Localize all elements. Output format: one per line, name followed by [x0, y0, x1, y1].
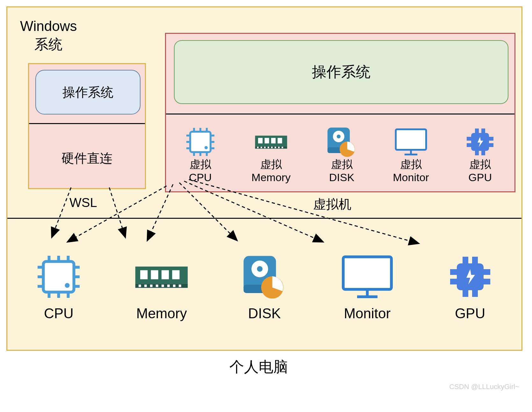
- wsl-hardware-direct: 硬件直连: [29, 128, 145, 188]
- vm-monitor-line1: 虚拟: [400, 158, 422, 171]
- pc-monitor-label: Monitor: [344, 305, 391, 321]
- vm-monitor-line2: Monitor: [393, 171, 429, 184]
- vm-container: 操作系统 虚拟 CPU 虚拟 Memory 虚拟 DISK 虚拟 Mon: [165, 33, 515, 192]
- pc-item-monitor: Monitor: [339, 251, 396, 321]
- memory-icon: [133, 251, 190, 302]
- vm-gpu-line2: GPU: [468, 171, 492, 184]
- outer-divider: [7, 218, 521, 219]
- cpu-icon: [183, 126, 218, 158]
- vm-item-disk: 虚拟 DISK: [324, 126, 359, 184]
- pc-hardware-row: CPU Memory DISK Monitor GPU: [7, 224, 521, 349]
- monitor-icon: [339, 251, 396, 302]
- windows-title: Windows 系统: [20, 17, 77, 53]
- vm-cpu-line1: 虚拟: [190, 158, 211, 171]
- vm-disk-line2: DISK: [329, 171, 354, 184]
- wsl-os-box: 操作系统: [35, 70, 140, 114]
- vm-memory-line1: 虚拟: [260, 158, 282, 171]
- vm-divider: [166, 114, 514, 114]
- wsl-divider: [29, 123, 145, 124]
- vm-disk-line1: 虚拟: [331, 158, 353, 171]
- vm-item-memory: 虚拟 Memory: [251, 126, 291, 184]
- pc-cpu-label: CPU: [44, 305, 74, 321]
- monitor-icon: [393, 126, 428, 158]
- pc-disk-label: DISK: [248, 305, 281, 321]
- disk-icon: [324, 126, 359, 158]
- vm-virtual-hardware-row: 虚拟 CPU 虚拟 Memory 虚拟 DISK 虚拟 Monitor 虚拟: [166, 118, 514, 192]
- watermark: CSDN @LLLuckyGirl~: [449, 383, 519, 391]
- vm-cpu-line2: CPU: [189, 171, 212, 184]
- gpu-icon: [463, 126, 498, 158]
- pc-item-cpu: CPU: [30, 251, 87, 321]
- windows-system-container: Windows 系统 操作系统 硬件直连 WSL 操作系统 虚拟 CPU 虚拟: [6, 6, 522, 351]
- vm-item-cpu: 虚拟 CPU: [183, 126, 218, 184]
- vm-os-box: 操作系统: [174, 40, 508, 104]
- memory-icon: [254, 126, 289, 158]
- pc-memory-label: Memory: [136, 305, 187, 321]
- windows-title-line1: Windows: [20, 18, 77, 34]
- pc-item-disk: DISK: [236, 251, 293, 321]
- vm-gpu-line1: 虚拟: [469, 158, 491, 171]
- wsl-container: 操作系统 硬件直连: [28, 63, 146, 189]
- vm-item-monitor: 虚拟 Monitor: [393, 126, 429, 184]
- vm-memory-line2: Memory: [251, 171, 291, 184]
- wsl-caption: WSL: [69, 195, 97, 210]
- pc-item-memory: Memory: [133, 251, 190, 321]
- vm-item-gpu: 虚拟 GPU: [463, 126, 498, 184]
- wsl-os-label: 操作系统: [62, 84, 113, 101]
- gpu-icon: [442, 251, 499, 302]
- vm-os-label: 操作系统: [312, 62, 370, 82]
- wsl-hw-label: 硬件直连: [61, 150, 112, 167]
- cpu-icon: [30, 251, 87, 302]
- pc-caption: 个人电脑: [229, 357, 288, 377]
- disk-icon: [236, 251, 293, 302]
- pc-gpu-label: GPU: [455, 305, 485, 321]
- vm-caption: 虚拟机: [313, 195, 351, 213]
- windows-title-line2: 系统: [34, 36, 62, 52]
- pc-item-gpu: GPU: [442, 251, 499, 321]
